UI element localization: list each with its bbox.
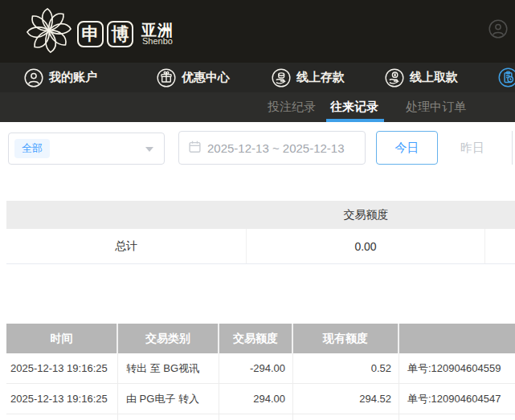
table-row: 2025-12-13 19:16:25 转出 至 BG视讯 -294.00 0.… <box>6 353 515 384</box>
nav-item-label: 优惠中心 <box>182 70 230 85</box>
caret-down-icon <box>145 147 153 152</box>
nav-item-label: 线上取款 <box>410 70 458 85</box>
cell-order-no: 单号:120904604559 <box>399 353 515 383</box>
gift-icon <box>157 68 176 88</box>
summary-total-value: 0.00 <box>247 229 485 263</box>
table-row <box>6 414 515 420</box>
cell-type <box>118 414 219 420</box>
cell-type: 转出 至 BG视讯 <box>118 353 219 383</box>
nav-item-transaction-records[interactable] <box>498 63 515 92</box>
summary-total-row: 总计 0.00 <box>6 229 515 264</box>
cell-type: 由 PG电子 转入 <box>118 384 219 414</box>
table-row: 2025-12-13 19:16:25 由 PG电子 转入 294.00 294… <box>6 384 515 414</box>
col-header-time: 时间 <box>6 324 118 353</box>
records-tabbar: 投注纪录 往来记录 处理中订单 <box>0 92 515 122</box>
cell-amount: 294.00 <box>219 384 293 414</box>
summary-total-label: 总计 <box>6 229 247 263</box>
nav-item-online-withdrawal[interactable]: 线上取款 <box>385 63 458 92</box>
type-select[interactable]: 全部 <box>8 133 165 165</box>
cell-balance <box>293 414 399 420</box>
nav-item-online-deposit[interactable]: 线上存款 <box>272 63 345 92</box>
main-nav: 我的账户 优惠中心 <box>0 63 515 92</box>
tab-transfer-records[interactable]: 往来记录 <box>330 92 378 122</box>
summary-total-cutoff <box>485 229 515 263</box>
cell-amount <box>219 414 293 420</box>
yesterday-button[interactable]: 昨日 <box>443 131 501 165</box>
summary-header-row: 交易额度 <box>6 201 515 229</box>
summary-header-amount: 交易额度 <box>247 208 485 222</box>
flower-logo-icon <box>22 6 76 59</box>
today-button[interactable]: 今日 <box>376 131 438 165</box>
type-select-value-chip: 全部 <box>14 139 50 158</box>
filter-bar: 全部 2025-12-13 ~ 2025-12-13 今日 昨日 <box>0 122 515 201</box>
deposit-hand-coins-icon <box>272 68 291 88</box>
records-table: 时间 交易类别 交易额度 现有额度 2025-12-13 19:16:25 转出… <box>6 324 515 420</box>
cell-time <box>6 414 118 420</box>
nav-item-promotions[interactable]: 优惠中心 <box>157 63 230 92</box>
col-header-remark <box>399 324 515 353</box>
account-avatar-icon[interactable] <box>488 19 508 39</box>
cell-order-no <box>399 414 515 420</box>
nav-item-label: 我的账户 <box>49 70 97 85</box>
col-header-amount: 交易额度 <box>219 324 293 353</box>
date-range-input[interactable]: 2025-12-13 ~ 2025-12-13 <box>178 131 366 165</box>
partial-button-edge[interactable] <box>512 131 513 165</box>
records-header-row: 时间 交易类别 交易额度 现有额度 <box>6 324 515 353</box>
cell-balance: 0.52 <box>293 353 399 383</box>
cell-order-no: 单号:120904604547 <box>399 384 515 414</box>
records-clipboard-icon <box>498 67 515 88</box>
brand-name-en: Shenbo <box>142 36 173 46</box>
tab-pending-orders[interactable]: 处理中订单 <box>406 92 466 122</box>
date-range-value: 2025-12-13 ~ 2025-12-13 <box>207 141 345 155</box>
logo-char-box: 博 <box>107 21 133 47</box>
cell-balance: 294.52 <box>293 384 399 414</box>
summary-table: 交易额度 总计 0.00 <box>6 201 515 264</box>
col-header-balance: 现有额度 <box>293 324 399 353</box>
nav-item-label: 线上存款 <box>296 70 345 85</box>
cell-time: 2025-12-13 19:16:25 <box>6 353 118 383</box>
logo-char-box: 申 <box>77 21 104 47</box>
transaction-records-page: 申 博 亚洲 Shenbo 我的账户 <box>0 0 515 420</box>
calendar-icon <box>188 140 202 157</box>
tab-betting-records[interactable]: 投注纪录 <box>268 92 316 122</box>
nav-item-my-account[interactable]: 我的账户 <box>24 63 97 92</box>
withdraw-hand-coin-icon <box>385 68 404 88</box>
site-header: 申 博 亚洲 Shenbo <box>0 0 515 63</box>
cell-amount: -294.00 <box>219 353 293 383</box>
col-header-type: 交易类别 <box>118 324 219 353</box>
user-circle-icon <box>24 68 43 88</box>
cell-time: 2025-12-13 19:16:25 <box>6 384 118 414</box>
